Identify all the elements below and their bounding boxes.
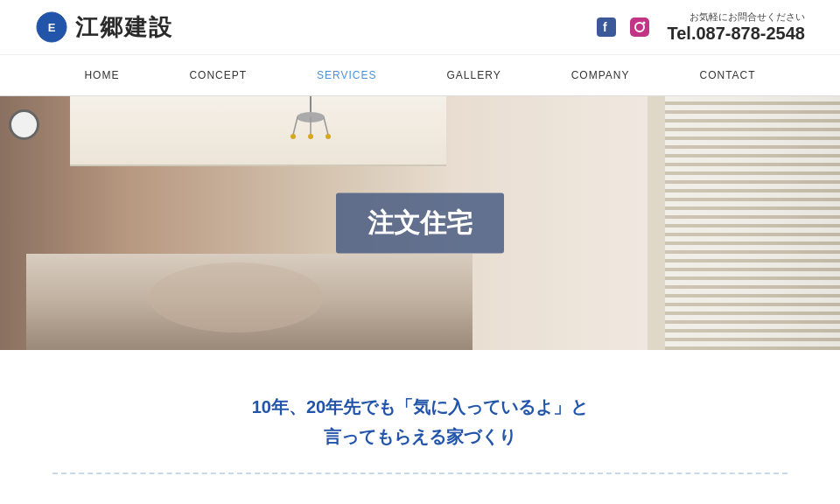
tagline-heading: 10年、20年先でも「気に入っているよ」と 言ってもらえる家づくり xyxy=(18,392,822,452)
window-blinds xyxy=(665,96,840,350)
nav-company[interactable]: COMPANY xyxy=(536,55,665,95)
phone-number: Tel.087-878-2548 xyxy=(667,24,805,44)
nav-contact[interactable]: CONTACT xyxy=(664,55,790,95)
main-nav: HOME CONCEPT SERVICES GALLERY COMPANY CO… xyxy=(0,55,840,96)
table-area xyxy=(149,262,324,332)
hero-section: 注文住宅 xyxy=(0,96,840,350)
kitchen-left xyxy=(0,96,648,350)
section-tagline: 10年、20年先でも「気に入っているよ」と 言ってもらえる家づくり xyxy=(0,350,840,472)
nav-gallery[interactable]: GALLERY xyxy=(412,55,536,95)
social-icons: f xyxy=(593,14,653,40)
clock-decoration xyxy=(9,109,39,140)
svg-text:f: f xyxy=(603,20,607,34)
contact-tagline: お気軽にお問合せください xyxy=(667,10,805,24)
section-description: 純和風から和モダン、シャビー風まで、 和洋を問わずオールジャンルの家づくりを提案… xyxy=(0,474,840,504)
header-right: f お気軽にお問合せください Tel.087-878-2548 xyxy=(593,10,805,44)
svg-point-14 xyxy=(326,134,331,139)
site-header: E 江郷建設 f お気軽にお問合せください Tel.087-878-2548 xyxy=(0,0,840,55)
svg-point-6 xyxy=(643,22,646,24)
hero-title-box: 注文住宅 xyxy=(336,193,504,254)
logo-text: 江郷建設 xyxy=(75,12,173,43)
svg-text:E: E xyxy=(48,21,56,34)
nav-concept[interactable]: CONCEPT xyxy=(154,55,282,95)
contact-info: お気軽にお問合せください Tel.087-878-2548 xyxy=(667,10,805,44)
svg-point-12 xyxy=(290,134,296,139)
facebook-icon[interactable]: f xyxy=(593,14,620,40)
svg-rect-4 xyxy=(630,18,649,37)
upper-cabinets xyxy=(70,96,446,166)
chandelier-icon xyxy=(280,96,341,153)
svg-point-13 xyxy=(308,134,313,139)
kitchen-right xyxy=(648,96,840,350)
svg-line-11 xyxy=(324,117,328,135)
nav-services[interactable]: SERVICES xyxy=(282,55,411,95)
hero-background: 注文住宅 xyxy=(0,96,840,350)
logo-area[interactable]: E 江郷建設 xyxy=(35,10,173,44)
nav-home[interactable]: HOME xyxy=(49,55,154,95)
svg-line-9 xyxy=(293,117,298,135)
hero-title: 注文住宅 xyxy=(368,208,472,237)
logo-icon: E xyxy=(35,10,68,44)
instagram-icon[interactable] xyxy=(626,14,653,40)
